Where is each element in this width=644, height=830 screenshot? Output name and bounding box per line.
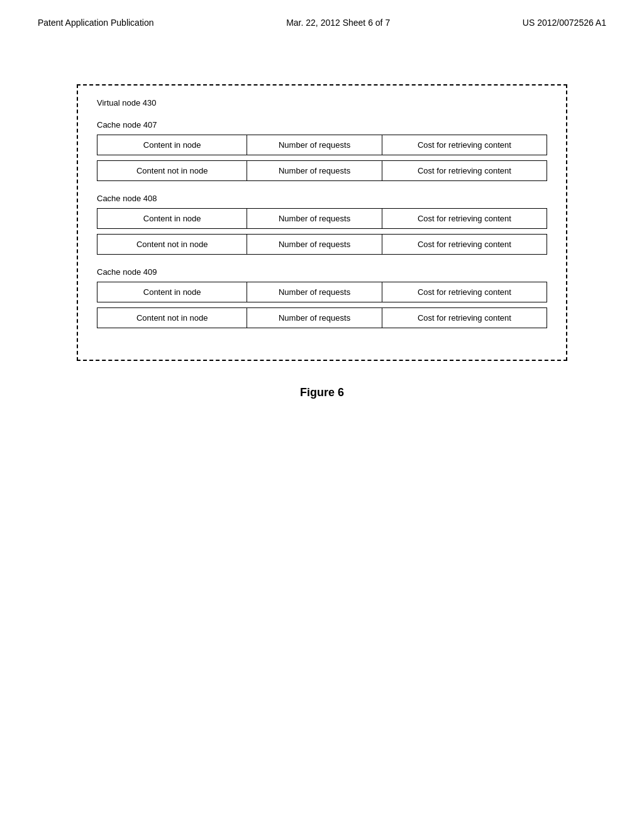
cost-for-retrieving-cell: Cost for retrieving content	[382, 308, 547, 328]
cache-node-408-section: Cache node 408 Content in node Number of…	[97, 194, 547, 255]
number-of-requests-cell: Number of requests	[247, 235, 382, 255]
cache-node-408-row2-table: Content not in node Number of requests C…	[97, 234, 547, 255]
content-not-in-node-cell: Content not in node	[97, 308, 247, 328]
number-of-requests-cell: Number of requests	[247, 135, 382, 155]
cache-node-408-row1-table: Content in node Number of requests Cost …	[97, 208, 547, 229]
cost-for-retrieving-cell: Cost for retrieving content	[382, 282, 547, 302]
cache-node-409-label: Cache node 409	[97, 267, 547, 277]
content-not-in-node-cell: Content not in node	[97, 235, 247, 255]
virtual-node-label: Virtual node 430	[97, 98, 547, 108]
number-of-requests-cell: Number of requests	[247, 209, 382, 229]
cache-node-409-section: Cache node 409 Content in node Number of…	[97, 267, 547, 328]
cost-for-retrieving-cell: Cost for retrieving content	[382, 161, 547, 181]
table-row: Content not in node Number of requests C…	[97, 161, 547, 181]
cost-for-retrieving-cell: Cost for retrieving content	[382, 235, 547, 255]
cache-node-407-row1-table: Content in node Number of requests Cost …	[97, 135, 547, 155]
cache-node-407-row2-table: Content not in node Number of requests C…	[97, 160, 547, 181]
content-not-in-node-cell: Content not in node	[97, 161, 247, 181]
cache-node-407-label: Cache node 407	[97, 120, 547, 130]
table-row: Content in node Number of requests Cost …	[97, 135, 547, 155]
cache-node-409-row2-table: Content not in node Number of requests C…	[97, 307, 547, 328]
cost-for-retrieving-cell: Cost for retrieving content	[382, 135, 547, 155]
table-row: Content in node Number of requests Cost …	[97, 282, 547, 302]
table-row: Content in node Number of requests Cost …	[97, 209, 547, 229]
cache-node-408-label: Cache node 408	[97, 194, 547, 203]
header-left: Patent Application Publication	[38, 18, 153, 28]
number-of-requests-cell: Number of requests	[247, 282, 382, 302]
figure-caption: Figure 6	[300, 386, 344, 399]
patent-header: Patent Application Publication Mar. 22, …	[0, 0, 644, 34]
table-row: Content not in node Number of requests C…	[97, 308, 547, 328]
header-center: Mar. 22, 2012 Sheet 6 of 7	[286, 18, 390, 28]
table-row: Content not in node Number of requests C…	[97, 235, 547, 255]
virtual-node-box: Virtual node 430 Cache node 407 Content …	[77, 84, 567, 361]
header-right: US 2012/0072526 A1	[523, 18, 606, 28]
cache-node-407-section: Cache node 407 Content in node Number of…	[97, 120, 547, 181]
main-content: Virtual node 430 Cache node 407 Content …	[0, 34, 644, 424]
cache-node-409-row1-table: Content in node Number of requests Cost …	[97, 282, 547, 302]
content-in-node-cell: Content in node	[97, 209, 247, 229]
cost-for-retrieving-cell: Cost for retrieving content	[382, 209, 547, 229]
content-in-node-cell: Content in node	[97, 282, 247, 302]
number-of-requests-cell: Number of requests	[247, 161, 382, 181]
content-in-node-cell: Content in node	[97, 135, 247, 155]
number-of-requests-cell: Number of requests	[247, 308, 382, 328]
